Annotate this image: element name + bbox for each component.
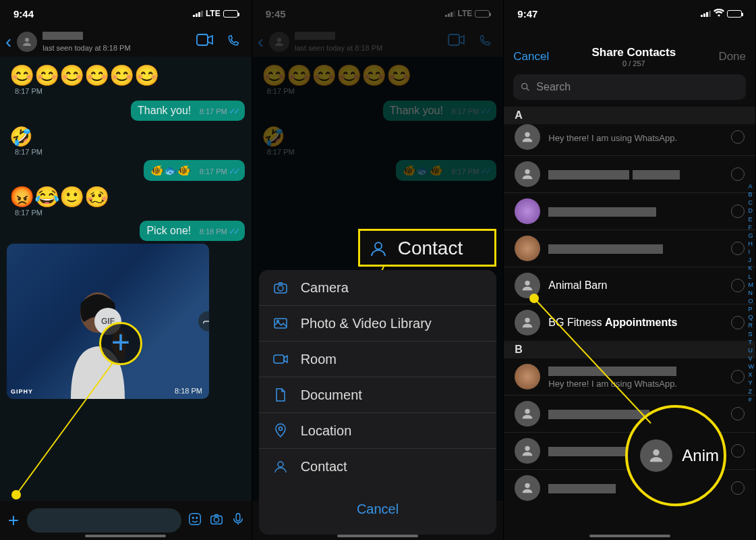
chat-body[interactable]: 😊😊😊😊😊😊 8:17 PM Thank you! 8:17 PM✓✓ 🤣 8:… [0, 57, 252, 501]
search-input[interactable]: Search [513, 74, 746, 100]
message-emoji-row-2[interactable]: 😡😂🙂🥴 8:17 PM [7, 184, 112, 218]
index-letter[interactable]: V [749, 354, 755, 362]
contact-row[interactable] [504, 192, 755, 230]
sheet-location[interactable]: Location [259, 412, 497, 448]
contact-row[interactable]: Hey there! I am using WhatsApp. [504, 124, 755, 155]
cancel-button[interactable]: Cancel [513, 50, 549, 63]
back-button[interactable]: ‹ [5, 32, 11, 51]
message-time: 8:18 PM✓✓ [200, 226, 238, 236]
index-letter[interactable]: X [749, 371, 755, 379]
avatar[interactable] [269, 32, 289, 52]
alphabet-index[interactable]: ABCDEFGHIJKLMNOPQRSTUVWXYZ# [749, 182, 755, 404]
index-letter[interactable]: R [749, 321, 755, 329]
select-circle[interactable] [731, 130, 745, 144]
index-letter[interactable]: H [749, 240, 755, 248]
status-bar: 9:47 [504, 0, 755, 27]
index-letter[interactable]: T [749, 338, 755, 346]
voice-call-button[interactable] [476, 34, 494, 50]
select-circle[interactable] [731, 205, 745, 218]
index-letter[interactable]: G [749, 232, 755, 240]
index-letter[interactable]: J [749, 256, 755, 264]
contact-row[interactable] [504, 155, 755, 192]
index-letter[interactable]: I [749, 248, 755, 256]
message-laugh[interactable]: 🤣 8:17 PM [7, 124, 45, 157]
select-circle[interactable] [731, 444, 745, 458]
svg-point-17 [279, 427, 282, 431]
index-letter[interactable]: W [749, 362, 755, 371]
select-circle[interactable] [731, 481, 745, 495]
mic-button[interactable] [230, 512, 246, 529]
index-letter[interactable]: D [749, 207, 755, 215]
sheet-photo-library[interactable]: Photo & Video Library [259, 305, 497, 341]
contact-avatar [515, 124, 540, 150]
contact-row-bg-fitness[interactable]: BG Fitness Appointments [504, 304, 755, 341]
index-letter[interactable]: K [749, 264, 755, 272]
gif-message[interactable]: GIF GIPHY 8:18 PM [7, 244, 209, 399]
back-button[interactable]: ‹ [258, 32, 264, 51]
contact-row[interactable] [504, 395, 755, 432]
index-letter[interactable]: B [749, 190, 755, 198]
contact-name: Animal Barn [548, 279, 723, 292]
select-circle[interactable] [731, 316, 745, 329]
status-time: 9:45 [266, 8, 286, 20]
select-circle[interactable] [731, 279, 745, 292]
sticker-button[interactable] [187, 512, 203, 529]
section-header-b: B [504, 341, 755, 358]
message-fish[interactable]: 🐠🐟🐠 8:17 PM✓✓ [144, 160, 244, 181]
index-letter[interactable]: M [749, 281, 755, 289]
index-letter[interactable]: P [749, 305, 755, 313]
camera-button[interactable] [208, 512, 225, 529]
search-icon [520, 82, 531, 92]
sheet-label: Photo & Video Library [301, 316, 432, 331]
message-thank-you[interactable]: Thank you! 8:17 PM✓✓ [131, 101, 245, 121]
video-call-button[interactable] [196, 34, 214, 50]
contact-name[interactable] [42, 32, 83, 40]
index-letter[interactable]: F [749, 223, 755, 232]
index-letter[interactable]: C [749, 198, 755, 207]
contact-avatar [515, 475, 540, 501]
attachment-action-sheet: Camera Photo & Video Library Room Docume… [259, 270, 497, 535]
message-emoji-row[interactable]: 😊😊😊😊😊😊 8:17 PM [7, 62, 162, 98]
select-circle[interactable] [731, 407, 745, 421]
network-label: LTE [458, 9, 473, 18]
sheet-camera[interactable]: Camera [259, 270, 497, 305]
screenshot-2-attachment-sheet: 9:45 LTE ‹ last seen today at 8:18 PM 😊😊… [252, 0, 504, 540]
signal-icon [193, 10, 203, 17]
index-letter[interactable]: U [749, 346, 755, 354]
index-letter[interactable]: A [749, 182, 755, 190]
avatar[interactable] [17, 32, 37, 52]
index-letter[interactable]: S [749, 330, 755, 338]
select-circle[interactable] [731, 167, 745, 181]
sheet-cancel[interactable]: Cancel [259, 491, 497, 528]
message-input[interactable] [27, 508, 181, 533]
index-letter[interactable]: O [749, 297, 755, 305]
sheet-document[interactable]: Document [259, 377, 497, 412]
contact-row-animal-barn[interactable]: Animal Barn [504, 267, 755, 304]
attachment-plus-button[interactable]: + [5, 510, 22, 531]
index-letter[interactable]: # [749, 396, 755, 404]
contact-name[interactable] [295, 32, 335, 40]
video-call-button[interactable] [448, 34, 465, 50]
giphy-label: GIPHY [11, 388, 33, 395]
index-letter[interactable]: E [749, 215, 755, 223]
search-placeholder: Search [536, 81, 571, 93]
index-letter[interactable]: Y [749, 379, 755, 387]
sheet-contact[interactable]: Contact [259, 448, 497, 484]
message-pick-one[interactable]: Pick one! 8:18 PM✓✓ [140, 221, 244, 241]
index-letter[interactable]: N [749, 289, 755, 297]
index-letter[interactable]: Z [749, 387, 755, 396]
sheet-room[interactable]: Room [259, 341, 497, 377]
select-circle[interactable] [731, 242, 745, 255]
select-circle[interactable] [731, 370, 745, 383]
share-header: Cancel Share Contacts 0 / 257 Done [504, 39, 755, 68]
index-letter[interactable]: L [749, 273, 755, 281]
index-letter[interactable]: Q [749, 313, 755, 321]
contact-row[interactable] [504, 230, 755, 267]
svg-rect-11 [448, 34, 459, 45]
status-bar: 9:44 LTE [0, 0, 252, 27]
svg-point-24 [525, 281, 530, 286]
done-button[interactable]: Done [718, 50, 746, 63]
contact-status: Hey there! I am using WhatsApp. [548, 133, 723, 143]
contact-row[interactable]: Hey there! I am using WhatsApp. [504, 358, 755, 395]
voice-call-button[interactable] [225, 34, 242, 50]
